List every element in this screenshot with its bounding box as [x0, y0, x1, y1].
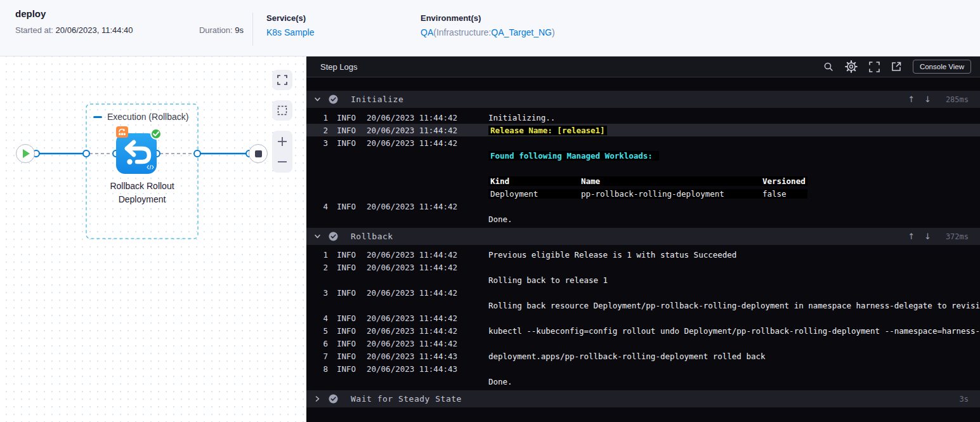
- environment-link[interactable]: QA: [421, 27, 433, 37]
- chevron-down-icon[interactable]: [313, 96, 321, 103]
- step-success-icon: [150, 128, 162, 140]
- log-line: 2INFO20/06/2023 11:44:42: [306, 261, 980, 274]
- canvas-select-button[interactable]: [272, 100, 292, 121]
- rollback-step-node[interactable]: [116, 133, 157, 174]
- log-line: 4INFO20/06/2023 11:44:42: [306, 312, 980, 324]
- environments-block: Environment(s) QA(Infrastructure:QA_Targ…: [407, 0, 555, 56]
- duration-value: 9s: [235, 25, 244, 35]
- log-line-number: 3: [306, 288, 328, 298]
- started-at-label: Started at:: [15, 25, 53, 35]
- log-line: 1INFO20/06/2023 11:44:42Initializing..: [306, 111, 980, 124]
- settings-gear-icon[interactable]: [845, 60, 858, 73]
- log-level: INFO: [337, 138, 367, 148]
- log-line: Deployment pp-rollback-rolling-deploymen…: [306, 187, 980, 200]
- section-log-lines: 1INFO20/06/2023 11:44:42Previous eligibl…: [306, 245, 980, 390]
- page-title: deploy: [15, 8, 252, 19]
- log-message: Rolling back to release 1: [488, 275, 608, 285]
- execution-group-label[interactable]: Execution (Rollback): [93, 112, 188, 122]
- log-timestamp: 20/06/2023 11:44:42: [367, 313, 488, 323]
- section-success-icon: [329, 95, 338, 104]
- log-message: Kind Name Versioned: [488, 176, 807, 186]
- log-level: INFO: [337, 339, 367, 348]
- log-section-header[interactable]: Wait for Steady State3s: [306, 390, 980, 407]
- play-icon: [23, 149, 30, 158]
- log-level: INFO: [337, 326, 367, 336]
- collapse-group-icon[interactable]: [93, 116, 102, 118]
- scroll-to-bottom-icon[interactable]: ↓: [924, 95, 931, 104]
- log-line: 6INFO20/06/2023 11:44:42: [306, 337, 980, 350]
- log-timestamp: 20/06/2023 11:44:42: [367, 326, 488, 336]
- link-ring[interactable]: [194, 150, 200, 157]
- log-level: INFO: [337, 313, 367, 323]
- log-line: 2INFO20/06/2023 11:44:42Release Name: [r…: [306, 124, 980, 136]
- log-timestamp: 20/06/2023 11:44:42: [367, 138, 488, 148]
- chevron-down-icon[interactable]: [313, 233, 321, 240]
- rollout-badge-icon: [116, 126, 128, 138]
- log-message: Release Name: [release1]: [488, 126, 607, 135]
- started-at: Started at: 20/06/2023, 11:44:40: [15, 25, 133, 35]
- scroll-to-top-icon[interactable]: ↑: [908, 232, 915, 241]
- link-ring[interactable]: [83, 150, 89, 157]
- execution-group-label-text: Execution (Rollback): [107, 112, 188, 122]
- log-section-header[interactable]: Rollback↑↓372ms: [306, 228, 980, 245]
- infrastructure-prefix: (Infrastructure:: [433, 27, 491, 37]
- duration-label: Duration:: [199, 25, 233, 35]
- log-line: [306, 162, 980, 175]
- log-line: Found following Managed Workloads:: [306, 149, 980, 162]
- log-message: kubectl --kubeconfig=config rollout undo…: [488, 326, 980, 336]
- services-block: Service(s) K8s Sample: [253, 0, 407, 56]
- log-line: Done.: [306, 375, 980, 388]
- log-message: Rolling back resource Deployment/pp-roll…: [488, 301, 980, 310]
- log-line-number: 4: [306, 313, 328, 323]
- log-line-number: 6: [306, 339, 328, 348]
- log-message: Initializing..: [488, 113, 555, 122]
- started-at-value: 20/06/2023, 11:44:40: [56, 25, 133, 35]
- log-line: Rolling back to release 1: [306, 274, 980, 286]
- log-timestamp: 20/06/2023 11:44:43: [367, 352, 488, 361]
- start-node[interactable]: [16, 144, 35, 163]
- log-line: 1INFO20/06/2023 11:44:42Previous eligibl…: [306, 248, 980, 261]
- step-logs-panel: Step Logs: [306, 56, 980, 422]
- log-line-number: 8: [306, 364, 328, 374]
- scroll-to-top-icon[interactable]: ↑: [908, 95, 915, 104]
- log-timestamp: 20/06/2023 11:44:42: [367, 126, 488, 135]
- pipeline-canvas[interactable]: Execution (Rollback): [0, 56, 306, 422]
- chevron-right-icon[interactable]: [313, 395, 321, 402]
- log-level: INFO: [337, 364, 367, 374]
- services-label: Service(s): [266, 13, 407, 23]
- log-line: Done.: [306, 213, 980, 225]
- log-section-header[interactable]: Initialize↑↓285ms: [306, 91, 980, 108]
- log-level: INFO: [337, 263, 367, 272]
- step-name-label[interactable]: Rollback Rollout Deployment: [86, 180, 198, 206]
- log-line: 5INFO20/06/2023 11:44:42kubectl --kubeco…: [306, 324, 980, 337]
- log-timestamp: 20/06/2023 11:44:42: [367, 263, 488, 272]
- end-node[interactable]: [249, 144, 268, 163]
- execution-summary: deploy Started at: 20/06/2023, 11:44:40 …: [15, 0, 252, 56]
- section-success-icon: [329, 394, 338, 404]
- log-line-number: 2: [306, 263, 328, 272]
- infrastructure-link[interactable]: QA_Target_NG: [491, 27, 552, 37]
- search-icon[interactable]: [823, 62, 833, 72]
- log-level: INFO: [337, 113, 367, 122]
- log-line-number: 1: [306, 113, 328, 122]
- section-duration: 372ms: [941, 232, 969, 241]
- log-timestamp: 20/06/2023 11:44:42: [367, 339, 488, 348]
- open-in-new-icon[interactable]: [891, 62, 901, 72]
- log-message: Done.: [488, 377, 513, 386]
- expand-logs-icon[interactable]: [869, 62, 880, 72]
- stop-icon: [255, 150, 262, 157]
- console-view-button[interactable]: Console View: [913, 60, 971, 74]
- zoom-in-icon[interactable]: [277, 136, 287, 147]
- marquee-select-icon: [277, 105, 287, 115]
- log-line-number: 1: [306, 250, 328, 260]
- log-body[interactable]: Initialize↑↓285ms1INFO20/06/2023 11:44:4…: [306, 77, 980, 422]
- service-link[interactable]: K8s Sample: [266, 27, 407, 37]
- log-line: 4INFO20/06/2023 11:44:42: [306, 200, 980, 213]
- section-success-icon: [329, 232, 338, 241]
- log-line: 8INFO20/06/2023 11:44:43: [306, 362, 980, 375]
- zoom-out-icon[interactable]: [277, 157, 287, 167]
- section-title: Wait for Steady State: [351, 394, 462, 404]
- scroll-to-bottom-icon[interactable]: ↓: [924, 232, 931, 241]
- log-line-number: 7: [306, 352, 328, 361]
- canvas-fullscreen-button[interactable]: [272, 70, 292, 90]
